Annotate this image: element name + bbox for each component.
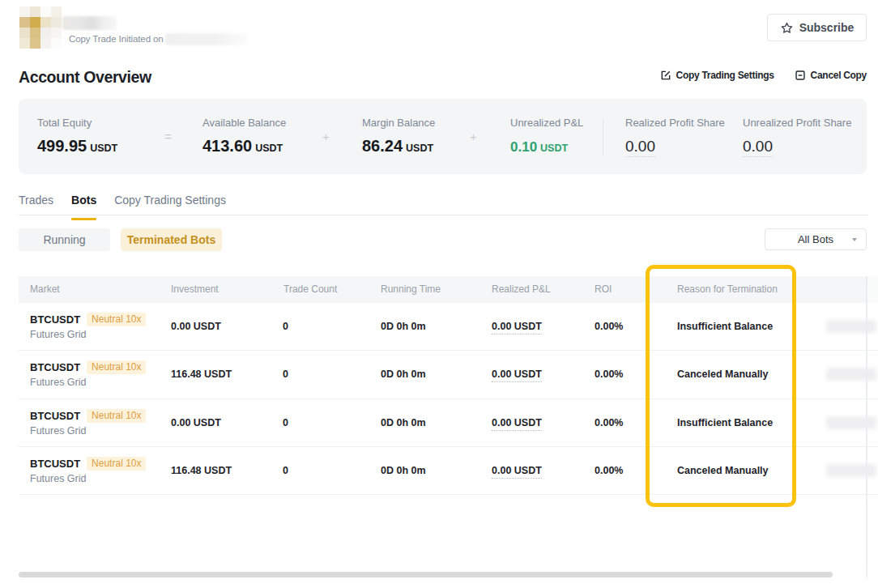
copy-trading-settings-label: Copy Trading Settings [676,70,774,81]
stat-unit: USDT [540,143,568,154]
running-time-value: 0D 0h 0m [381,321,426,332]
leverage-tag: Neutral 10x [87,360,146,374]
cancel-copy-label: Cancel Copy [811,70,867,81]
sticky-column-divider [866,276,867,577]
termination-reason: Canceled Manually [677,465,769,476]
stat-value: 413.60 [202,137,252,155]
stat-label: Total Equity [37,117,92,129]
redacted-action [826,416,876,429]
chevron-down-icon [852,238,857,241]
copy-trade-initiated-label: Copy Trade Initiated on [69,34,164,44]
horizontal-scrollbar-thumb[interactable] [19,572,833,577]
trader-avatar [19,6,62,49]
stat-value: 0.00 [743,138,773,157]
stat-value: 0.10 [510,139,537,155]
all-bots-dropdown[interactable]: All Bots [765,228,867,250]
market-symbol: BTCUSDT [30,410,80,422]
avatar-pixel [40,17,51,28]
redacted-action [826,464,876,477]
avatar-pixel [51,17,62,28]
realized-pnl-value: 0.00 USDT [492,321,542,332]
terminated-bots-filter-button[interactable]: Terminated Bots [121,228,222,251]
edit-icon [660,70,671,81]
trade-count-value: 0 [283,321,288,332]
avatar-pixel [40,38,51,49]
investment-value: 116.48 USDT [171,465,232,476]
avatar-pixel [51,6,62,17]
minus-square-icon [795,70,806,81]
avatar-pixel [30,38,40,49]
avatar-pixel [19,17,30,28]
col-reason: Reason for Termination [677,276,778,303]
avatar-pixel [30,28,40,38]
col-roi: ROI [595,276,612,303]
stat-label: Unrealized Profit Share [743,117,851,129]
col-running-time: Running Time [381,276,441,303]
stat-label: Available Balance [202,117,286,129]
redacted-action [826,320,876,333]
roi-value: 0.00% [595,465,623,476]
running-time-value: 0D 0h 0m [381,465,426,476]
avatar-pixel [40,6,51,17]
avatar-pixel [40,28,51,38]
redacted-initiated-date [165,33,247,45]
investment-value: 116.48 USDT [171,369,232,380]
trade-count-value: 0 [283,417,288,428]
market-symbol: BTCUSDT [30,313,80,326]
bot-type: Futures Grid [30,377,146,388]
bot-state-filters: Running Terminated Bots [19,228,222,251]
subscribe-label: Subscribe [799,21,855,34]
stats-divider [603,120,603,156]
termination-reason: Canceled Manually [677,369,769,380]
copy-trading-settings-link[interactable]: Copy Trading Settings [660,70,774,81]
plus-operator: + [470,130,477,143]
cancel-copy-link[interactable]: Cancel Copy [795,70,867,81]
stat-label: Unrealized P&L [510,117,583,129]
col-trade-count: Trade Count [283,276,337,303]
col-market: Market [30,276,60,303]
tab-bots[interactable]: Bots [71,194,96,220]
leverage-tag: Neutral 10x [87,457,146,471]
roi-value: 0.00% [595,417,623,428]
avatar-pixel [30,17,40,28]
equals-operator: = [164,130,172,143]
tabs-divider [19,215,868,215]
trade-count-value: 0 [283,465,288,476]
all-bots-dropdown-value: All Bots [798,233,833,245]
avatar-pixel [19,28,30,38]
stat-value: 86.24 [362,137,403,155]
tab-trades[interactable]: Trades [19,194,53,220]
table-header-sticky-overlay [867,276,878,303]
investment-value: 0.00 USDT [171,321,221,332]
bot-type: Futures Grid [30,329,146,340]
copy-trading-page: Copy Trade Initiated on Subscribe Accoun… [0,0,878,588]
running-time-value: 0D 0h 0m [381,369,426,380]
redacted-trader-name [62,16,117,30]
avatar-pixel [19,38,30,49]
table-row: BTCUSDT Neutral 10x Futures Grid 116.48 … [19,447,878,495]
avatar-pixel [30,6,40,17]
subscribe-button[interactable]: Subscribe [767,14,867,41]
col-realized-pnl: Realized P&L [492,276,551,303]
stat-unit: USDT [255,143,283,154]
termination-reason: Insufficient Balance [677,417,773,428]
stat-value: 0.00 [625,138,655,157]
star-icon [780,21,794,35]
plus-operator: + [322,130,330,143]
roi-value: 0.00% [595,369,623,380]
realized-pnl-value: 0.00 USDT [492,417,542,428]
roi-value: 0.00% [595,321,623,332]
termination-reason: Insufficient Balance [677,321,773,332]
table-row: BTCUSDT Neutral 10x Futures Grid 116.48 … [19,351,878,398]
realized-pnl-value: 0.00 USDT [492,369,542,380]
avatar-pixel [51,38,62,49]
tab-bar: Trades Bots Copy Trading Settings [19,194,226,220]
leverage-tag: Neutral 10x [87,313,146,326]
tab-copy-trading-settings[interactable]: Copy Trading Settings [114,194,226,220]
stat-unit: USDT [406,143,433,154]
avatar-pixel [19,6,30,17]
redacted-action [826,368,876,381]
trade-count-value: 0 [283,369,288,380]
bot-type: Futures Grid [30,473,146,484]
running-filter-button[interactable]: Running [19,228,110,251]
